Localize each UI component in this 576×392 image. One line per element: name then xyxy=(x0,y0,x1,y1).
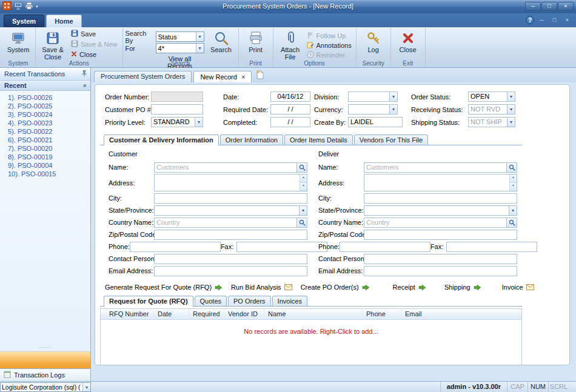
col-email[interactable]: Email xyxy=(401,309,521,319)
recent-item[interactable]: 5). PSO-00022 xyxy=(0,127,90,136)
recent-item[interactable]: 6). PSO-00021 xyxy=(0,136,90,144)
customer-state-select[interactable]: ▾ xyxy=(154,205,307,216)
new-page-icon[interactable] xyxy=(256,70,264,81)
date-field[interactable]: 04/16/12 xyxy=(270,91,310,102)
close-button[interactable]: × xyxy=(558,2,574,11)
order-status-select[interactable]: OPEN ▾ xyxy=(468,91,515,102)
tab-rfq[interactable]: Request for Quote (RFQ) xyxy=(104,296,193,307)
follow-up-option[interactable]: Follow Up xyxy=(305,31,353,41)
tab-quotes[interactable]: Quotes xyxy=(195,296,227,306)
deliver-phone-input[interactable] xyxy=(340,242,430,252)
close-action-button[interactable]: Close xyxy=(69,49,120,59)
save-button[interactable]: Save xyxy=(69,28,120,39)
deliver-state-select[interactable]: ▾ xyxy=(364,205,517,216)
mdi-restore-icon[interactable]: □ xyxy=(549,16,560,24)
recent-item[interactable]: 4). PSO-00023 xyxy=(0,119,90,127)
system-button[interactable]: System xyxy=(4,28,33,59)
shipping-status-select[interactable]: NOT SHIP ▾ xyxy=(468,117,515,127)
priority-level-select[interactable]: STANDARD ▾ xyxy=(151,117,203,127)
create-po-orders-link[interactable]: Create PO Order(s) xyxy=(301,284,370,291)
maximize-button[interactable]: □ xyxy=(541,2,557,11)
dropdown-icon[interactable]: ▾ xyxy=(299,206,307,215)
currency-select[interactable]: ▾ xyxy=(348,104,398,115)
transaction-logs-tab[interactable]: Transaction Logs xyxy=(0,368,90,381)
save-new-button[interactable]: Save & New xyxy=(69,39,120,49)
dropdown-icon[interactable]: ▾ xyxy=(509,206,517,215)
customer-country-input[interactable] xyxy=(155,218,296,227)
mdi-minimize-icon[interactable]: ─ xyxy=(537,16,547,24)
col-vendor-id[interactable]: Vendor ID xyxy=(224,309,264,319)
recent-item[interactable]: 8). PSO-00019 xyxy=(0,153,90,161)
rfq-table-body[interactable]: No records are available. Right-Click to… xyxy=(101,320,521,365)
deliver-zip-input[interactable] xyxy=(364,230,517,240)
customer-phone-input[interactable] xyxy=(130,242,221,252)
mdi-close-icon[interactable]: × xyxy=(562,16,572,24)
create-by-field[interactable]: LAIDEL xyxy=(348,117,403,127)
col-phone[interactable]: Phone xyxy=(363,309,401,319)
receipt-link[interactable]: Receipt xyxy=(393,284,426,291)
lookup-icon[interactable] xyxy=(296,163,307,172)
customer-city-input[interactable] xyxy=(154,193,307,204)
customer-zip-input[interactable] xyxy=(154,230,307,240)
customer-name-input[interactable] xyxy=(155,163,296,172)
deliver-fax-input[interactable] xyxy=(446,242,537,252)
save-close-button[interactable]: Save & Close xyxy=(38,28,67,61)
col-name[interactable]: Name xyxy=(264,309,363,319)
reminder-option[interactable]: Reminder xyxy=(305,50,353,60)
tab-order-items-details[interactable]: Order Items Details xyxy=(284,135,353,145)
dropdown-icon[interactable]: ▾ xyxy=(196,44,204,53)
sidebar-splitter[interactable]: ····· xyxy=(0,346,90,351)
col-rfq-number[interactable]: RFQ Number xyxy=(101,309,154,319)
recent-item[interactable]: 7). PSO-00020 xyxy=(0,144,90,153)
tab-home[interactable]: Home xyxy=(46,15,82,27)
tab-customer-delivery[interactable]: Customer & Delivery Information xyxy=(104,135,219,145)
recent-item[interactable]: 1). PSO-00026 xyxy=(0,93,90,102)
required-date-field[interactable]: / / xyxy=(270,104,310,115)
deliver-email-input[interactable] xyxy=(364,266,517,276)
recent-item[interactable]: 10). PSO-00015 xyxy=(0,170,90,178)
help-icon[interactable]: ? xyxy=(526,16,534,24)
dropdown-icon[interactable]: ▾ xyxy=(507,92,515,101)
dropdown-icon[interactable]: ▾ xyxy=(507,105,515,114)
tab-vendors-for-file[interactable]: Vendors For This File xyxy=(354,135,428,145)
tab-system[interactable]: System xyxy=(4,15,44,27)
generate-rfq-link[interactable]: Generate Request For Quote (RFQ) xyxy=(105,284,223,291)
tab-po-orders[interactable]: PO Orders xyxy=(228,296,271,306)
search-by-select[interactable]: Status ▾ xyxy=(156,32,204,42)
search-button[interactable]: Search xyxy=(207,28,236,59)
lookup-icon[interactable] xyxy=(506,163,517,172)
recent-item[interactable]: 9). PSO-00004 xyxy=(0,161,90,170)
dropdown-icon[interactable]: ▾ xyxy=(507,118,515,127)
pin-icon[interactable] xyxy=(81,70,87,78)
tab-order-information[interactable]: Order Information xyxy=(220,135,283,145)
resize-grip[interactable] xyxy=(569,382,576,392)
division-select[interactable]: ▾ xyxy=(348,91,398,102)
lookup-icon[interactable] xyxy=(296,218,307,227)
customer-fax-input[interactable] xyxy=(236,242,327,252)
invoice-link[interactable]: Invoice xyxy=(502,284,534,291)
dropdown-icon[interactable]: ▾ xyxy=(195,118,203,127)
deliver-address-input[interactable]: ▴▾ xyxy=(364,174,517,191)
recent-item[interactable]: 3). PSO-00024 xyxy=(0,110,90,119)
customer-po-field[interactable] xyxy=(151,104,203,115)
recent-item[interactable]: 2). PSO-00025 xyxy=(0,102,90,110)
attach-file-button[interactable]: Attach File xyxy=(276,28,305,61)
tab-close-icon[interactable]: × xyxy=(241,72,245,82)
deliver-city-input[interactable] xyxy=(364,193,517,204)
customer-address-input[interactable]: ▴▾ xyxy=(154,174,307,191)
spinner[interactable]: ▴▾ xyxy=(509,174,517,191)
deliver-country-input[interactable] xyxy=(364,218,506,227)
run-bid-analysis-link[interactable]: Run Bid Analysis xyxy=(231,284,292,291)
search-for-input[interactable]: 4* ▾ xyxy=(156,43,204,53)
shipping-link[interactable]: Shipping xyxy=(444,284,481,291)
print-button[interactable]: Print xyxy=(241,28,270,59)
lookup-icon[interactable] xyxy=(506,218,517,227)
log-button[interactable]: Log xyxy=(359,28,388,59)
completed-field[interactable]: / / xyxy=(270,117,310,127)
spinner[interactable]: ▴▾ xyxy=(300,174,307,191)
tab-invoices[interactable]: Invoices xyxy=(272,296,307,306)
deliver-contact-input[interactable] xyxy=(364,254,517,264)
dropdown-icon[interactable]: ▾ xyxy=(82,383,90,391)
col-date[interactable]: Date xyxy=(154,309,189,319)
col-required[interactable]: Required xyxy=(189,309,224,319)
